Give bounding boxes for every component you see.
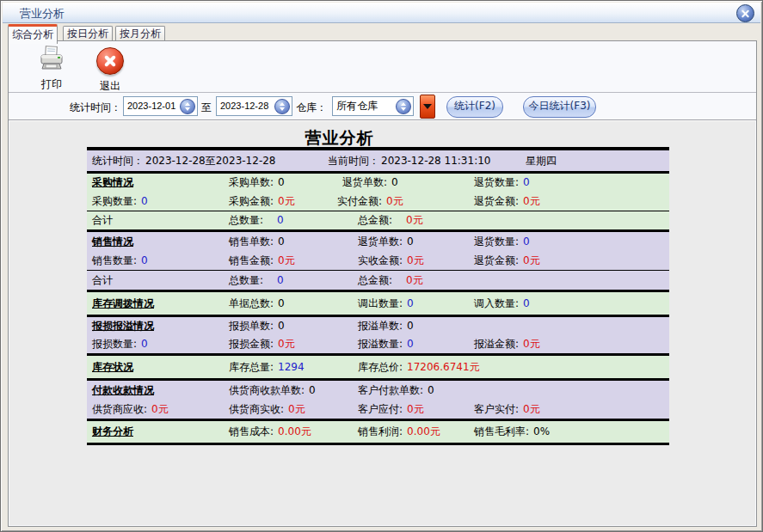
report-cell: 销售金额:0元 (229, 251, 295, 270)
report-row: 采购情况采购单数:0退货单数:0退货数量:0采购数量:0采购金额:0元实付金额:… (87, 174, 669, 211)
section-title: 库存调拨情况 (92, 292, 154, 315)
report-row: 付款收款情况供货商收款单数:0客户付款单数:0供货商应收:0元供货商实收:0元客… (87, 381, 669, 421)
date-from-input[interactable]: 2023-12-01 (123, 96, 198, 116)
report-cell: 退货单数:0 (342, 174, 398, 193)
report-area: 营业分析 统计时间：2023-12-28至2023-12-28当前时间：2023… (9, 120, 755, 525)
tab-panel: 打印 退出 统计时间： 2023-12-01 至 2023-12-28 仓库： … (8, 40, 757, 527)
warehouse-value: 所有仓库 (336, 100, 378, 112)
tabstrip: 综合分析 按日分析 按月分析 (3, 24, 760, 41)
section-title: 报损报溢情况 (92, 317, 154, 335)
report-cell: 销售成本:0.00元 (229, 421, 311, 443)
section-title: 付款收款情况 (92, 381, 154, 400)
report-cell: 报损数量:0 (92, 335, 148, 353)
close-icon (737, 5, 754, 21)
report-cell: 库存总量:1294 (229, 356, 305, 378)
report-cell: 库存总价:17206.6741元 (358, 356, 480, 378)
report-cell: 总数量:0 (229, 211, 284, 229)
section-title: 库存状况 (92, 356, 133, 378)
report-row: 库存状况库存总量:1294库存总价:17206.6741元 (87, 356, 669, 381)
report-cell: 客户实付:0元 (474, 400, 540, 419)
warehouse-dropdown-button[interactable] (420, 95, 435, 119)
report-row: 财务分析销售成本:0.00元销售利润:0.00元销售毛利率:0% (87, 421, 669, 445)
toolbar: 打印 退出 (9, 41, 756, 93)
filter-bar: 统计时间： 2023-12-01 至 2023-12-28 仓库： 所有仓库 统… (9, 93, 756, 120)
report-cell: 销售利润:0.00元 (358, 421, 440, 443)
report-cell: 总数量:0 (229, 271, 284, 290)
report-cell: 报损金额:0元 (229, 335, 295, 353)
warehouse-label: 仓库： (296, 101, 327, 115)
report-cell: 实付金额:0元 (337, 193, 403, 211)
report-cell: 销售数量:0 (92, 251, 148, 270)
warehouse-select[interactable]: 所有仓库 (332, 96, 414, 116)
exit-icon (96, 47, 124, 75)
report-cell: 销售毛利率:0% (474, 421, 550, 443)
report-row: 库存调拨情况单据总数:0调出数量:0调入数量:0 (87, 292, 669, 317)
report-cell: 采购单数:0 (229, 174, 285, 193)
report-cell: 销售单数:0 (229, 232, 285, 251)
report-row: 合计总数量:0总金额:0元 (87, 211, 669, 232)
tab-monthly-analysis[interactable]: 按月分析 (115, 26, 165, 41)
tab-comprehensive-analysis[interactable]: 综合分析 (8, 24, 58, 44)
section-title: 销售情况 (92, 232, 133, 251)
report-row: 统计时间：2023-12-28至2023-12-28当前时间：2023-12-2… (87, 150, 669, 174)
time-range-label: 统计时间： (70, 101, 121, 115)
report-cell: 报损单数:0 (229, 317, 285, 335)
tab-daily-analysis[interactable]: 按日分析 (63, 26, 113, 41)
report-cell: 单据总数:0 (229, 292, 285, 315)
exit-button[interactable]: 退出 (91, 46, 129, 94)
today-stat-button[interactable]: 今日统计(F3) (523, 96, 596, 118)
stat-button[interactable]: 统计(F2) (446, 96, 503, 118)
date-to-value: 2023-12-28 (220, 101, 268, 111)
date-from-value: 2023-12-01 (127, 101, 175, 111)
report-cell: 退货金额:0元 (474, 251, 540, 270)
report-cell: 退货数量:0 (474, 232, 530, 251)
report-cell: 统计时间：2023-12-28至2023-12-28 (92, 150, 275, 171)
titlebar: 营业分析 (3, 3, 760, 23)
report-cell: 采购金额:0元 (229, 193, 295, 211)
report-cell: 客户付款单数:0 (358, 381, 434, 400)
report-cell: 报溢单数:0 (358, 317, 414, 335)
date-from-spinner-icon[interactable] (180, 99, 195, 114)
report-row: 报损报溢情况报损单数:0报溢单数:0报损数量:0报损金额:0元报溢数量:0报溢金… (87, 317, 669, 356)
report-cell: 采购数量:0 (92, 193, 148, 211)
report-cell: 调入数量:0 (474, 292, 530, 315)
close-button[interactable] (736, 4, 754, 22)
report-row: 销售情况销售单数:0退货单数:0退货数量:0销售数量:0销售金额:0元实收金额:… (87, 232, 669, 271)
report-cell: 实收金额:0元 (358, 251, 424, 270)
date-to-spinner-icon[interactable] (274, 99, 290, 114)
section-title: 财务分析 (92, 421, 133, 443)
report-cell: 客户应付:0元 (358, 400, 424, 419)
report-table: 统计时间：2023-12-28至2023-12-28当前时间：2023-12-2… (87, 147, 669, 445)
to-label: 至 (201, 101, 212, 115)
print-button[interactable]: 打印 (33, 46, 71, 92)
report-cell: 总金额:0元 (358, 211, 423, 229)
report-cell: 调出数量:0 (358, 292, 414, 315)
report-cell: 退货数量:0 (474, 174, 530, 193)
report-cell: 当前时间：2023-12-28 11:31:10 (328, 150, 490, 171)
report-cell: 供货商实收:0元 (229, 400, 305, 419)
report-cell: 报溢金额:0元 (474, 335, 540, 353)
print-label: 打印 (33, 77, 71, 92)
report-cell: 退货金额:0元 (474, 193, 540, 211)
report-row: 合计总数量:0总金额:0元 (87, 271, 669, 292)
window-title: 营业分析 (20, 6, 65, 21)
printer-icon (39, 46, 65, 73)
date-to-input[interactable]: 2023-12-28 (216, 96, 292, 116)
report-cell: 合计 (92, 211, 113, 229)
exit-label: 退出 (91, 79, 129, 94)
section-title: 采购情况 (92, 174, 133, 193)
report-cell: 总金额:0元 (358, 271, 423, 290)
warehouse-spinner-icon[interactable] (396, 99, 411, 114)
report-cell: 合计 (92, 271, 113, 290)
report-cell: 报溢数量:0 (358, 335, 414, 353)
report-cell: 星期四 (526, 150, 557, 171)
report-cell: 退货单数:0 (358, 232, 414, 251)
window: 营业分析 综合分析 按日分析 按月分析 (0, 0, 763, 532)
report-cell: 供货商收款单数:0 (229, 381, 316, 400)
report-cell: 供货商应收:0元 (92, 400, 169, 419)
